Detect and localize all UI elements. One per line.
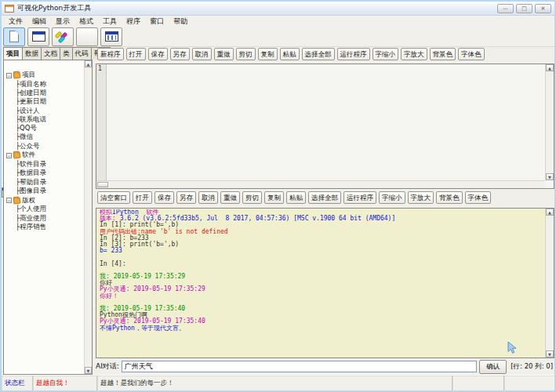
scroll-up-icon[interactable]: ▲	[85, 60, 92, 67]
tree-scrollbar[interactable]: ▲ ▼	[84, 60, 92, 374]
tree-item[interactable]: ├软件目录	[6, 160, 84, 169]
save-as-button[interactable]: 另存	[170, 48, 190, 60]
tab-class[interactable]: 类	[60, 47, 73, 60]
line-number-gutter: 1	[96, 64, 107, 180]
tree-group-copyright[interactable]: −版权	[6, 196, 84, 205]
console-text-segment: In [4]:	[100, 260, 126, 267]
new-document-button[interactable]	[3, 27, 25, 46]
font-larger-button[interactable]: 字放大	[401, 48, 427, 60]
tree-item[interactable]: ├程序销售	[6, 223, 84, 231]
font-larger-button[interactable]: 字放大	[408, 191, 434, 204]
tree-group-software[interactable]: −软件	[6, 151, 84, 160]
scroll-down-icon[interactable]: ▼	[546, 350, 554, 358]
tree-item[interactable]: ├帮助目录	[6, 178, 84, 187]
tree-item[interactable]: ├QQ号	[6, 124, 84, 132]
maximize-button[interactable]: □	[516, 4, 532, 13]
copy-button[interactable]: 复制	[264, 191, 284, 204]
save-as-button[interactable]: 另存	[176, 191, 196, 204]
tree-item[interactable]: ├个人使用	[6, 205, 84, 214]
left-panel-tabs: 项目数据文档类代码帮助	[3, 47, 93, 60]
slogan-self: 超越自我！	[33, 376, 97, 390]
grid-window-button[interactable]	[100, 27, 122, 46]
console-output[interactable]: 模拟IPython 软件版本: 3.6.2 (v3.6.2:5fd33b5, J…	[96, 208, 554, 358]
paste-button[interactable]: 粘贴	[280, 48, 300, 60]
form-window-button[interactable]	[27, 27, 49, 46]
font-color-button[interactable]: 字体色	[465, 191, 492, 204]
tree-item[interactable]: ├更新日期	[6, 98, 84, 107]
folder-icon	[13, 152, 20, 159]
cancel-button[interactable]: 取消	[198, 191, 218, 204]
colors-icon	[56, 31, 70, 43]
background-color-button[interactable]: 背景色	[436, 191, 463, 204]
tree-item[interactable]: ├数据目录	[6, 169, 84, 178]
new-program-button[interactable]: 新程序	[97, 48, 124, 60]
tree-item[interactable]: ├公众号	[6, 142, 84, 151]
scroll-up-icon[interactable]: ▲	[546, 209, 554, 216]
tree-item[interactable]: ├商业使用	[6, 214, 84, 223]
clear-window-button[interactable]: 清空窗口	[97, 191, 130, 204]
tree-item[interactable]: ├联系电话	[6, 115, 84, 124]
menu-help[interactable]: 帮助	[169, 16, 192, 27]
cut-button[interactable]: 剪切	[236, 48, 256, 60]
menu-file[interactable]: 文件	[4, 16, 27, 27]
menu-format[interactable]: 格式	[74, 16, 98, 27]
console-text-segment: 不懂Python，等于现代文盲。	[100, 325, 185, 332]
status-extra-2	[504, 376, 554, 390]
minimize-button[interactable]: —	[497, 4, 514, 13]
paste-button[interactable]: 粘贴	[286, 191, 306, 204]
font-smaller-button[interactable]: 字缩小	[372, 48, 399, 60]
scroll-up-icon[interactable]: ▲	[546, 64, 554, 71]
scroll-down-icon[interactable]: ▼	[85, 367, 92, 374]
console-window-button[interactable]	[76, 27, 98, 46]
tree-item[interactable]: ├设计人	[6, 107, 84, 115]
redo-button[interactable]: 重做	[214, 48, 234, 60]
font-smaller-button[interactable]: 字缩小	[379, 191, 405, 204]
save-button[interactable]: 保存	[148, 48, 168, 60]
tab-code[interactable]: 代码	[72, 47, 92, 60]
run-program-button[interactable]: 运行程序	[337, 48, 370, 60]
console-vscrollbar[interactable]: ▲ ▼	[545, 209, 554, 358]
font-color-button[interactable]: 字体色	[458, 48, 485, 60]
collapse-icon[interactable]: −	[6, 73, 12, 78]
colors-button[interactable]	[52, 27, 74, 46]
copy-button[interactable]: 复制	[258, 48, 278, 60]
select-all-button[interactable]: 选择全部	[302, 48, 335, 60]
menu-window[interactable]: 窗口	[145, 16, 169, 27]
tree-item[interactable]: ├项目名称	[6, 80, 84, 89]
confirm-button[interactable]: 确认	[479, 360, 507, 374]
background-color-button[interactable]: 背景色	[430, 48, 456, 60]
cut-button[interactable]: 剪切	[242, 191, 262, 204]
run-program-button[interactable]: 运行程序	[343, 191, 376, 204]
close-button[interactable]: ✕	[535, 4, 551, 13]
tree-item[interactable]: ├微信	[6, 133, 84, 142]
tree-item[interactable]: ├图像目录	[6, 187, 84, 195]
tab-document[interactable]: 文档	[41, 47, 60, 60]
tree-group-project[interactable]: −项目	[6, 71, 84, 80]
scroll-down-icon[interactable]: ▼	[546, 173, 554, 180]
tab-project[interactable]: 项目	[3, 47, 23, 60]
cancel-button[interactable]: 取消	[192, 48, 212, 60]
editor-hscrollbar[interactable]	[96, 180, 545, 188]
ai-dialog-input[interactable]	[122, 361, 477, 372]
menu-view[interactable]: 显示	[51, 16, 74, 27]
status-extra-1	[452, 376, 504, 390]
menu-edit[interactable]: 编辑	[27, 16, 51, 27]
redo-button[interactable]: 重做	[220, 191, 240, 204]
ai-dialog-label: AI对话:	[96, 361, 119, 372]
tab-data[interactable]: 数据	[22, 47, 42, 60]
menu-program[interactable]: 程序	[122, 16, 145, 27]
select-all-button[interactable]: 选择全部	[308, 191, 341, 204]
console-line: 我: 2019-05-19 17:35:40	[100, 306, 544, 312]
open-button[interactable]: 打开	[133, 191, 152, 204]
form-window-icon	[32, 31, 45, 42]
collapse-icon[interactable]: −	[6, 153, 12, 158]
collapse-icon[interactable]: −	[6, 198, 12, 203]
save-button[interactable]: 保存	[154, 191, 174, 204]
menu-tools[interactable]: 工具	[98, 16, 122, 27]
open-button[interactable]: 打开	[126, 48, 146, 60]
editor-vscrollbar[interactable]: ▲ ▼	[545, 64, 554, 180]
tree-item[interactable]: ├创建日期	[6, 89, 84, 97]
grid-window-icon	[105, 31, 118, 42]
code-editor[interactable]: 1 ▲ ▼	[96, 64, 554, 189]
hscroll-thumb[interactable]	[97, 182, 108, 187]
